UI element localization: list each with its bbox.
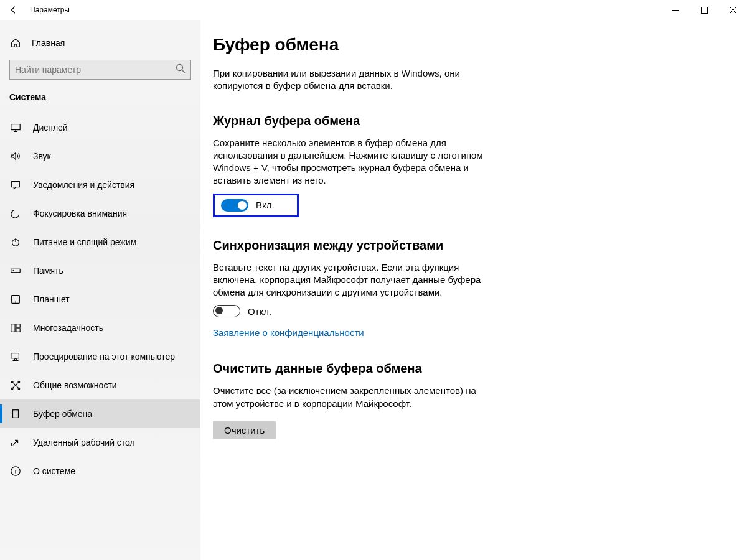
sidebar-home-label: Главная	[32, 38, 65, 48]
sidebar-nav: Дисплей Звук Уведомления и действия Фоку…	[0, 113, 200, 485]
sync-toggle-state: Откл.	[248, 306, 271, 317]
svg-point-16	[18, 388, 20, 390]
history-toggle-highlight: Вкл.	[213, 194, 299, 217]
main-content: Буфер обмена При копировании или вырезан…	[200, 20, 747, 560]
svg-point-8	[15, 302, 16, 302]
svg-rect-2	[11, 124, 20, 130]
svg-rect-12	[11, 353, 19, 358]
close-button[interactable]	[718, 0, 747, 20]
sound-icon	[9, 150, 22, 162]
sidebar-item-multitasking[interactable]: Многозадачность	[0, 314, 200, 342]
focus-assist-icon	[9, 207, 22, 220]
sync-section-title: Синхронизация между устройствами	[213, 238, 732, 253]
history-toggle[interactable]	[221, 199, 248, 212]
clear-section-desc: Очистите все (за исключением закрепленны…	[213, 385, 493, 410]
sidebar-item-label: Планшет	[33, 294, 70, 304]
sidebar-item-tablet[interactable]: Планшет	[0, 285, 200, 314]
sync-toggle-row: Откл.	[213, 305, 732, 317]
sidebar-item-sound[interactable]: Звук	[0, 142, 200, 170]
sidebar-item-projecting[interactable]: Проецирование на этот компьютер	[0, 342, 200, 371]
sidebar-item-label: Буфер обмена	[33, 409, 92, 419]
sidebar-item-storage[interactable]: Память	[0, 256, 200, 285]
clipboard-icon	[9, 408, 22, 420]
sidebar-item-label: Звук	[33, 151, 51, 161]
page-title: Буфер обмена	[213, 35, 732, 55]
sidebar-item-label: Питание и спящий режим	[33, 237, 136, 247]
sidebar: Главная Система Дисплей Звук Уведомления…	[0, 20, 200, 560]
remote-desktop-icon	[9, 436, 22, 449]
maximize-button[interactable]	[690, 0, 718, 20]
sidebar-item-label: Уведомления и действия	[33, 180, 134, 190]
sidebar-item-focus-assist[interactable]: Фокусировка внимания	[0, 199, 200, 228]
svg-rect-0	[701, 7, 707, 13]
clear-section-title: Очистить данные буфера обмена	[213, 362, 732, 376]
back-button[interactable]	[0, 0, 27, 20]
sidebar-item-shared[interactable]: Общие возможности	[0, 371, 200, 399]
window-controls	[661, 0, 747, 20]
svg-point-1	[177, 65, 183, 71]
sidebar-item-power[interactable]: Питание и спящий режим	[0, 228, 200, 256]
svg-rect-10	[16, 324, 20, 327]
sidebar-item-label: Общие возможности	[33, 380, 117, 390]
tablet-icon	[9, 293, 22, 306]
sidebar-item-about[interactable]: О системе	[0, 457, 200, 485]
history-toggle-state: Вкл.	[256, 200, 275, 210]
sidebar-item-clipboard[interactable]: Буфер обмена	[0, 399, 200, 428]
sidebar-home[interactable]: Главная	[0, 32, 200, 54]
home-icon	[9, 37, 22, 49]
clear-button[interactable]: Очистить	[213, 421, 276, 439]
minimize-button[interactable]	[661, 0, 690, 20]
display-icon	[9, 121, 22, 134]
search-field[interactable]	[15, 65, 176, 75]
sync-section-desc: Вставьте текст на других устройствах. Ес…	[213, 261, 493, 299]
sidebar-item-notifications[interactable]: Уведомления и действия	[0, 170, 200, 199]
svg-rect-11	[16, 329, 20, 332]
sidebar-item-display[interactable]: Дисплей	[0, 113, 200, 142]
history-section-title: Журнал буфера обмена	[213, 114, 732, 128]
svg-rect-5	[11, 269, 20, 272]
history-section-desc: Сохраните несколько элементов в буфер об…	[213, 137, 493, 187]
sidebar-item-label: Проецирование на этот компьютер	[33, 352, 175, 362]
power-icon	[9, 236, 22, 248]
titlebar: Параметры	[0, 0, 747, 20]
sidebar-item-label: Дисплей	[33, 123, 68, 133]
notifications-icon	[9, 179, 22, 191]
window-title: Параметры	[30, 6, 70, 14]
svg-rect-3	[12, 182, 20, 187]
sidebar-section-heading: Система	[0, 90, 200, 113]
sidebar-item-label: Удаленный рабочий стол	[33, 437, 135, 447]
sidebar-item-label: Фокусировка внимания	[33, 208, 127, 218]
about-icon	[9, 465, 22, 477]
privacy-link[interactable]: Заявление о конфиденциальности	[213, 327, 364, 338]
svg-point-6	[13, 271, 14, 271]
svg-rect-9	[11, 324, 15, 332]
svg-point-13	[11, 381, 13, 383]
sidebar-item-remote-desktop[interactable]: Удаленный рабочий стол	[0, 428, 200, 457]
svg-point-15	[11, 388, 13, 390]
search-input[interactable]	[9, 60, 191, 80]
sync-toggle[interactable]	[213, 305, 240, 317]
page-intro: При копировании или вырезании данных в W…	[213, 67, 487, 93]
shared-icon	[9, 379, 22, 391]
sidebar-item-label: Многозадачность	[33, 323, 103, 333]
sidebar-item-label: О системе	[33, 466, 75, 476]
multitasking-icon	[9, 322, 22, 334]
svg-point-14	[18, 381, 20, 383]
search-icon	[176, 63, 186, 76]
storage-icon	[9, 264, 22, 277]
sidebar-item-label: Память	[33, 266, 63, 276]
projecting-icon	[9, 350, 22, 363]
